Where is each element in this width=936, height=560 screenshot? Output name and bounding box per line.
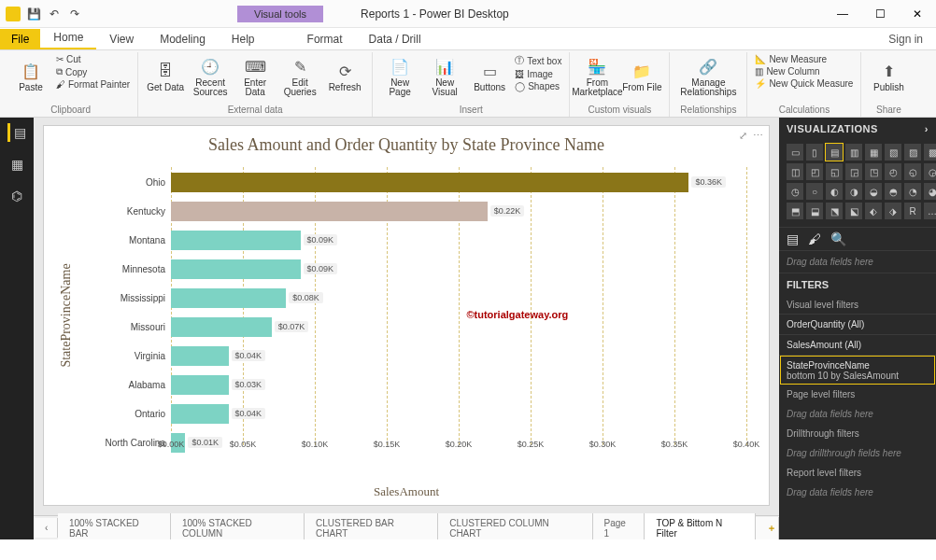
filter-orderquantity[interactable]: OrderQuantity (All) — [779, 314, 936, 334]
new-visual-button[interactable]: 📊New Visual — [423, 52, 466, 101]
bar[interactable] — [171, 346, 229, 366]
visualization-type[interactable]: ▯ — [806, 144, 823, 161]
signin-link[interactable]: Sign in — [875, 29, 936, 49]
visualization-type[interactable]: … — [924, 203, 936, 219]
visualization-type[interactable]: ▧ — [885, 144, 901, 161]
visualization-type[interactable]: ⬓ — [806, 203, 823, 219]
fields-dropzone[interactable]: Drag data fields here — [779, 251, 936, 273]
copy-button[interactable]: ⧉Copy — [56, 66, 130, 77]
visualization-type[interactable]: ◓ — [885, 183, 901, 200]
page-tab[interactable]: CLUSTERED BAR CHART — [305, 513, 438, 540]
maximize-button[interactable]: ☐ — [861, 0, 899, 28]
tab-help[interactable]: Help — [219, 29, 268, 49]
format-painter-button[interactable]: 🖌Format Painter — [56, 79, 130, 90]
visualization-type[interactable]: ⬖ — [865, 203, 882, 219]
textbox-button[interactable]: ⓉText box — [515, 54, 561, 67]
refresh-button[interactable]: ⟳Refresh — [323, 52, 366, 101]
bar[interactable] — [171, 317, 272, 337]
visualization-type[interactable]: ◒ — [865, 183, 882, 200]
new-page-button[interactable]: 📄New Page — [378, 52, 421, 101]
page-tab[interactable]: Page 1 — [593, 513, 645, 540]
analytics-icon[interactable]: 🔍 — [830, 231, 846, 246]
page-filters-dropzone[interactable]: Drag data fields here — [779, 403, 936, 425]
page-tab[interactable]: 100% STACKED BAR — [58, 513, 171, 540]
bar[interactable] — [171, 173, 688, 192]
visual-focus-icon[interactable]: ⤢ — [739, 130, 747, 142]
publish-button[interactable]: ⬆Publish — [867, 52, 910, 101]
bar[interactable] — [171, 202, 488, 221]
drillthrough-dropzone[interactable]: Drag drillthrough fields here — [779, 442, 936, 464]
visualization-type[interactable]: ○ — [806, 183, 823, 200]
data-view-icon[interactable]: ▦ — [7, 155, 26, 174]
visualization-type[interactable]: ◐ — [826, 183, 843, 200]
visualization-type[interactable]: ◕ — [924, 183, 936, 200]
tab-modeling[interactable]: Modeling — [147, 29, 219, 49]
visualization-type[interactable]: ▦ — [865, 144, 882, 161]
visualization-type[interactable]: ◑ — [845, 183, 862, 200]
undo-icon[interactable]: ↶ — [47, 7, 62, 21]
image-button[interactable]: 🖼Image — [515, 69, 561, 79]
bar[interactable] — [171, 259, 301, 279]
visualization-type[interactable]: ◴ — [885, 163, 901, 180]
visualization-type[interactable]: ▩ — [924, 144, 936, 161]
visualization-type[interactable]: R — [904, 203, 921, 219]
save-icon[interactable]: 💾 — [26, 7, 41, 21]
visualization-type[interactable]: ▨ — [904, 144, 921, 161]
visualization-type[interactable]: ◫ — [787, 163, 803, 180]
visualization-type[interactable]: ◶ — [924, 163, 936, 180]
report-view-icon[interactable]: ▤ — [7, 123, 26, 142]
new-quick-measure-button[interactable]: ⚡New Quick Measure — [755, 78, 853, 89]
visualization-type[interactable]: ◷ — [787, 183, 803, 200]
tab-format[interactable]: Format — [294, 29, 356, 49]
tab-scroll-left[interactable]: ‹ — [34, 518, 58, 538]
new-measure-button[interactable]: 📐New Measure — [755, 54, 853, 64]
file-menu[interactable]: File — [0, 29, 40, 49]
visualization-type[interactable]: ◲ — [845, 163, 862, 180]
buttons-button[interactable]: ▭Buttons — [468, 52, 511, 101]
visualizations-header[interactable]: VISUALIZATIONS› — [779, 118, 936, 140]
visualization-type[interactable]: ⬒ — [787, 203, 803, 219]
page-tab[interactable]: 100% STACKED COLUMN — [171, 513, 305, 540]
tab-home[interactable]: Home — [40, 27, 96, 49]
bar[interactable] — [171, 231, 301, 250]
bar[interactable] — [171, 404, 229, 424]
manage-relationships-button[interactable]: 🔗Manage Relationships — [675, 52, 741, 101]
visualization-type[interactable]: ⬕ — [845, 203, 862, 219]
page-tab[interactable]: TOP & Bittom N Filter — [645, 513, 756, 540]
recent-sources-button[interactable]: 🕘Recent Sources — [189, 52, 232, 101]
visual-more-icon[interactable]: ⋯ — [753, 130, 763, 142]
visualization-type[interactable]: ◵ — [904, 163, 921, 180]
visualization-type[interactable]: ⬗ — [885, 203, 901, 219]
from-file-button[interactable]: 📁From File — [620, 52, 663, 101]
edit-queries-button[interactable]: ✎Edit Queries — [278, 52, 321, 101]
tab-view[interactable]: View — [96, 29, 147, 49]
filter-stateprovincename[interactable]: StateProvinceName bottom 10 by SalesAmou… — [779, 355, 936, 385]
visualization-type[interactable]: ▤ — [826, 144, 843, 161]
visualization-type[interactable]: ▥ — [845, 144, 862, 161]
get-data-button[interactable]: 🗄Get Data — [144, 52, 187, 101]
close-button[interactable]: ✕ — [899, 0, 936, 28]
format-brush-icon[interactable]: 🖌 — [808, 231, 821, 246]
visualization-type[interactable]: ◔ — [904, 183, 921, 200]
from-marketplace-button[interactable]: 🏪From Marketplace — [575, 52, 618, 101]
filter-salesamount[interactable]: SalesAmount (All) — [779, 334, 936, 355]
add-page-button[interactable]: ＋ — [756, 517, 779, 539]
visualization-type[interactable]: ▭ — [787, 144, 803, 161]
bar[interactable] — [171, 288, 286, 308]
cut-button[interactable]: ✂Cut — [56, 54, 130, 64]
new-column-button[interactable]: ▥New Column — [755, 66, 853, 77]
tab-datadrill[interactable]: Data / Drill — [356, 29, 434, 49]
paste-button[interactable]: 📋 Paste — [9, 52, 52, 101]
fields-icon[interactable]: ▤ — [787, 231, 799, 246]
page-tab[interactable]: CLUSTERED COLUMN CHART — [438, 513, 592, 540]
visualization-type[interactable]: ◳ — [865, 163, 882, 180]
bar[interactable] — [171, 375, 229, 395]
redo-icon[interactable]: ↷ — [67, 7, 82, 21]
report-filters-dropzone[interactable]: Drag data fields here — [779, 482, 936, 503]
visualization-type[interactable]: ◰ — [806, 163, 823, 180]
shapes-button[interactable]: ◯Shapes — [515, 81, 561, 91]
enter-data-button[interactable]: ⌨Enter Data — [234, 52, 277, 101]
chart-visual[interactable]: ⤢⋯ Sales Amount and Order Quantity by St… — [43, 125, 770, 506]
model-view-icon[interactable]: ⌬ — [7, 187, 26, 205]
minimize-button[interactable]: — — [824, 0, 861, 28]
